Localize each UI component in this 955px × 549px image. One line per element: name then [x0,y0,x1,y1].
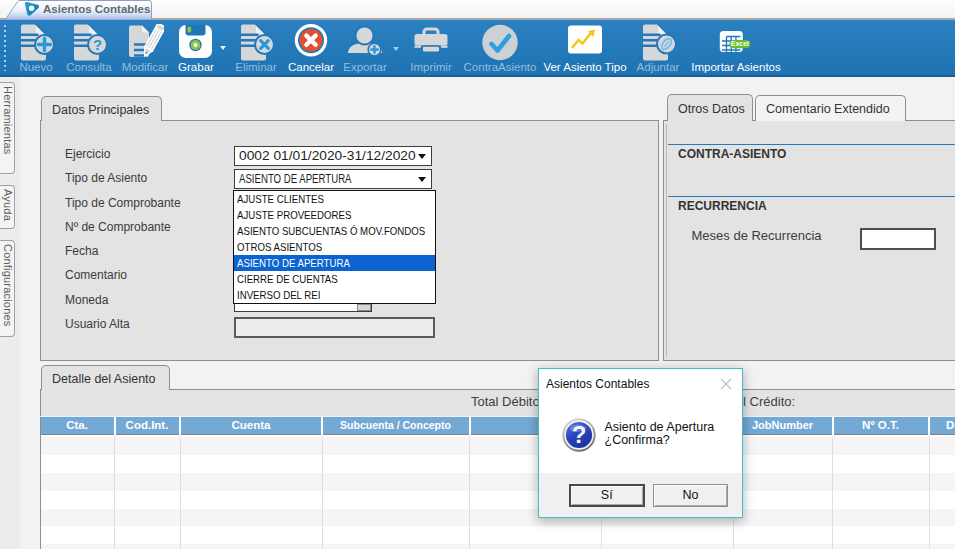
svg-text:Excel: Excel [731,40,749,47]
svg-text:?: ? [571,420,586,447]
svg-text:?: ? [93,36,102,53]
svg-text:Asientos Contables: Asientos Contables [43,3,150,15]
